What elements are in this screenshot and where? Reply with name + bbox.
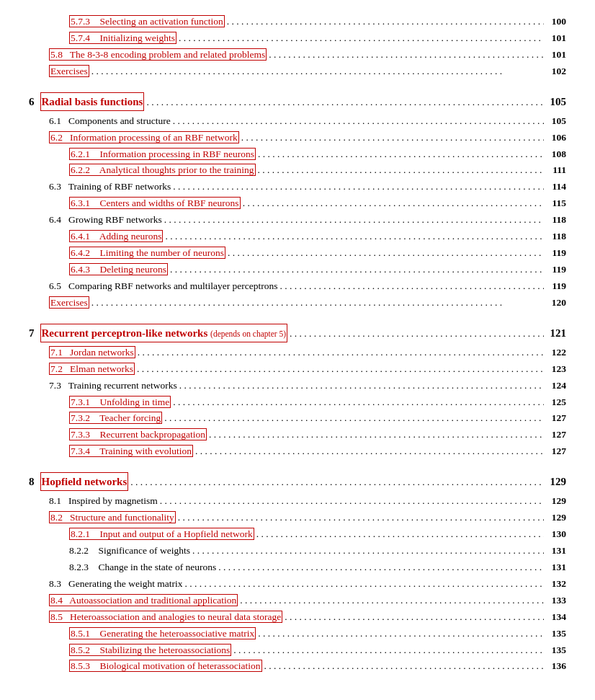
page-83: 132 [546, 577, 566, 592]
entry-71: 7.1 Jordan networks 122 [29, 345, 566, 360]
link-58[interactable]: 5.8 The 8-3-8 encoding problem and relat… [49, 48, 267, 61]
label-852: 8.5.2 Stabilizing the heteroassociations [69, 643, 231, 658]
entry-63: 6.3 Training of RBF networks 114 [29, 180, 566, 195]
label-58: 5.8 The 8-3-8 encoding problem and relat… [49, 48, 267, 63]
entry-83: 8.3 Generating the weight matrix 132 [29, 577, 566, 592]
dots-81 [160, 494, 544, 509]
link-84[interactable]: 8.4 Autoassociation and traditional appl… [49, 594, 238, 606]
page-6ex: 120 [546, 296, 566, 311]
dots-73 [179, 378, 544, 394]
label-642: 6.4.2 Limiting the number of neurons [69, 246, 225, 261]
label-61: 6.1 Components and structure [49, 114, 171, 129]
page-642: 119 [546, 246, 566, 261]
entry-733: 7.3.3 Recurrent backpropagation 127 [29, 427, 566, 443]
page-823: 131 [546, 560, 566, 575]
label-643: 6.4.3 Deleting neurons [69, 262, 168, 278]
label-732: 7.3.2 Teacher forcing [69, 411, 162, 426]
page-732: 127 [546, 411, 566, 426]
link-852[interactable]: 8.5.2 Stabilizing the heteroassociations [69, 644, 231, 656]
dots-823 [218, 560, 544, 575]
label-733: 7.3.3 Recurrent backpropagation [69, 427, 207, 443]
link-6ex[interactable]: Exercises [49, 296, 89, 309]
entry-852: 8.5.2 Stabilizing the heteroassociations… [29, 643, 566, 658]
page-85: 134 [546, 610, 566, 625]
label-6ex: Exercises [49, 296, 89, 311]
link-71[interactable]: 7.1 Jordan networks [49, 346, 135, 358]
entry-622: 6.2.2 Analytical thoughts prior to the t… [29, 163, 566, 178]
chapter-8-row: 8 Hopfield networks 129 [29, 472, 566, 491]
label-84: 8.4 Autoassociation and traditional appl… [49, 593, 238, 608]
link-622[interactable]: 6.2.2 Analytical thoughts prior to the t… [69, 164, 256, 176]
page-734: 127 [546, 444, 566, 459]
ch7-link[interactable]: Recurrent perceptron-like networks (depe… [40, 324, 288, 342]
dots-734 [195, 444, 544, 459]
entry-641: 6.4.1 Adding neurons 118 [29, 229, 566, 244]
link-732[interactable]: 7.3.2 Teacher forcing [69, 412, 162, 424]
page-574: 101 [546, 31, 566, 46]
label-853: 8.5.3 Biological motivation of heterasso… [69, 659, 262, 674]
entry-631: 6.3.1 Centers and widths of RBF neurons … [29, 196, 566, 211]
label-81: 8.1 Inspired by magnetism [49, 494, 158, 509]
link-821[interactable]: 8.2.1 Input and output of a Hopfield net… [69, 528, 254, 540]
entry-82: 8.2 Structure and functionality 129 [29, 510, 566, 526]
entry-84: 8.4 Autoassociation and traditional appl… [29, 593, 566, 608]
page-822: 131 [546, 544, 566, 559]
link-574[interactable]: 5.7.4 Initializing weights [69, 32, 176, 44]
dots-83 [185, 577, 544, 592]
dots-631 [243, 196, 544, 211]
chapter-6-row: 6 Radial basis functions 105 [29, 92, 566, 111]
page-73: 124 [546, 378, 566, 394]
dots-642 [228, 246, 544, 261]
link-631[interactable]: 6.3.1 Centers and widths of RBF neurons [69, 197, 241, 209]
page-63: 114 [546, 180, 566, 195]
page-853: 136 [546, 659, 566, 674]
label-641: 6.4.1 Adding neurons [69, 229, 163, 244]
page-72: 123 [546, 362, 566, 377]
entry-642: 6.4.2 Limiting the number of neurons 119 [29, 246, 566, 261]
ch8-title: Hopfield networks [42, 476, 128, 487]
link-641[interactable]: 6.4.1 Adding neurons [69, 230, 163, 242]
ch6-link[interactable]: Radial basis functions [40, 92, 145, 111]
page-641: 118 [546, 229, 566, 244]
page-573: 100 [546, 14, 566, 30]
link-621[interactable]: 6.2.1 Information processing in RBF neur… [69, 148, 256, 160]
link-62[interactable]: 6.2 Information processing of an RBF net… [49, 131, 239, 143]
page-731: 125 [546, 395, 566, 410]
entry-85: 8.5 Heteroassociation and analogies to n… [29, 610, 566, 625]
link-733[interactable]: 7.3.3 Recurrent backpropagation [69, 428, 207, 440]
link-853[interactable]: 8.5.3 Biological motivation of heterasso… [69, 660, 262, 672]
page-71: 122 [546, 345, 566, 360]
dots-82 [178, 510, 544, 526]
dots-821 [256, 527, 544, 542]
label-65: 6.5 Comparing RBF networks and multilaye… [49, 279, 278, 294]
page-61: 105 [546, 114, 566, 129]
link-82[interactable]: 8.2 Structure and functionality [49, 511, 176, 523]
page-851: 135 [546, 626, 566, 642]
entry-853: 8.5.3 Biological motivation of heterasso… [29, 659, 566, 674]
ch8-link[interactable]: Hopfield networks [40, 472, 129, 491]
dots-58 [269, 48, 544, 63]
link-851[interactable]: 8.5.1 Generating the heteroassociative m… [69, 627, 256, 639]
dots-852 [233, 643, 544, 658]
chapter-7-row: 7 Recurrent perceptron-like networks (de… [29, 324, 566, 342]
dots-573 [227, 14, 544, 30]
entry-62: 6.2 Information processing of an RBF net… [29, 130, 566, 146]
entry-64: 6.4 Growing RBF networks 118 [29, 213, 566, 228]
link-72[interactable]: 7.2 Elman networks [49, 363, 135, 375]
dots-643 [170, 262, 544, 278]
link-5ex[interactable]: Exercises [49, 65, 89, 77]
link-642[interactable]: 6.4.2 Limiting the number of neurons [69, 247, 225, 259]
dots-65 [280, 279, 544, 294]
ch8-dots [130, 474, 544, 490]
link-573[interactable]: 5.7.3 Selecting an activation function [69, 15, 225, 27]
label-574: 5.7.4 Initializing weights [69, 31, 176, 46]
entry-73: 7.3 Training recurrent networks 124 [29, 378, 566, 394]
link-731[interactable]: 7.3.1 Unfolding in time [69, 396, 171, 408]
link-643[interactable]: 6.4.3 Deleting neurons [69, 263, 168, 275]
dots-822 [192, 544, 544, 559]
dots-71 [138, 345, 544, 360]
link-734[interactable]: 7.3.4 Training with evolution [69, 445, 193, 457]
link-85[interactable]: 8.5 Heteroassociation and analogies to n… [49, 611, 282, 623]
dots-641 [165, 229, 544, 244]
ch7-num: 7 [29, 324, 35, 342]
